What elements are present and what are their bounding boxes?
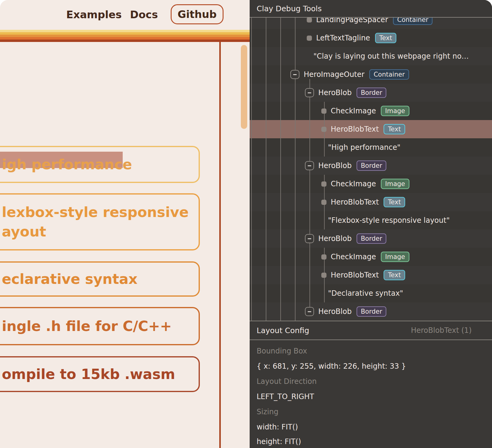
tree-row-text-value: "High performance": [250, 138, 492, 157]
collapse-button[interactable]: [305, 307, 314, 316]
debug-panel-header: Clay Debug Tools: [250, 0, 492, 18]
collapse-button[interactable]: [290, 70, 299, 79]
tree-row-heroblob-3[interactable]: HeroBlob Border: [250, 229, 492, 248]
element-name: LandingPageSpacer: [316, 18, 388, 24]
stripe-band: [0, 40, 250, 42]
text-type-badge: Text: [384, 270, 405, 280]
header-gradient-stripes: [0, 30, 250, 42]
leaf-bullet-icon: [321, 181, 326, 187]
text-content-value: "Flexbox-style responsive layout": [328, 216, 450, 225]
layout-config-header: Layout Config HeroBlobText (1): [250, 321, 492, 340]
collapse-button[interactable]: [305, 234, 314, 243]
leaf-bullet-icon: [321, 127, 326, 132]
tree-row-text-value: "Declarative syntax": [250, 284, 492, 302]
layout-direction-label: Layout Direction: [257, 377, 317, 386]
element-name: CheckImage: [331, 253, 376, 261]
feature-box-line: eclarative syntax: [2, 269, 199, 289]
tree-row-heroblob-1[interactable]: HeroBlob Border: [250, 84, 492, 102]
app-window: Examples Docs Github igh performance lex…: [0, 0, 492, 448]
indent-guide: [280, 18, 281, 321]
image-type-badge: Image: [381, 179, 409, 189]
minus-icon: [308, 238, 311, 239]
layout-direction-value: LEFT_TO_RIGHT: [257, 392, 314, 401]
element-name: LeftTextTagline: [316, 34, 370, 42]
border-type-badge: Border: [357, 306, 386, 317]
indent-guide: [309, 79, 310, 307]
tree-row-lefttexttagline[interactable]: LeftTextTagline Text: [250, 29, 492, 47]
leaf-bullet-icon: [321, 109, 326, 114]
tree-row-heroblobtext-2[interactable]: HeroBlobText Text: [250, 193, 492, 211]
tree-row-landingpagespacer[interactable]: LandingPageSpacer Container: [250, 18, 492, 29]
element-name: HeroBlob: [318, 88, 352, 97]
image-type-badge: Image: [381, 252, 409, 262]
feature-box-flexbox-layout: lexbox-style responsive ayout: [0, 193, 200, 250]
minus-icon: [308, 165, 311, 166]
element-name: HeroBlob: [318, 307, 352, 316]
tree-row-checkimage-1[interactable]: CheckImage Image: [250, 102, 492, 120]
feature-box-line: igh performance: [2, 155, 199, 174]
bounding-box-label: Bounding Box: [257, 347, 307, 355]
indent-guide: [251, 18, 252, 321]
tree-row-heroblob-4[interactable]: HeroBlob Border: [250, 302, 492, 321]
page-scrollbar-thumb[interactable]: [241, 45, 247, 129]
indent-guide: [295, 18, 296, 321]
text-content-value: "High performance": [328, 143, 401, 152]
tree-row-checkimage-3[interactable]: CheckImage Image: [250, 248, 492, 266]
page-vertical-divider: [219, 42, 221, 448]
github-button[interactable]: Github: [171, 4, 224, 24]
minus-icon: [293, 74, 297, 75]
feature-box-single-header: ingle .h file for C/C++: [0, 307, 200, 345]
leaf-bullet-icon: [321, 273, 326, 278]
selected-element-label: HeroBlobText (1): [411, 326, 472, 335]
leaf-bullet-icon: [307, 18, 312, 22]
minus-icon: [308, 92, 311, 93]
text-content-value: "Clay is laying out this webpage right n…: [313, 52, 469, 60]
stripe-band: [0, 35, 250, 37]
border-type-badge: Border: [357, 88, 386, 98]
element-name: CheckImage: [331, 107, 376, 115]
element-name: HeroBlobText: [331, 198, 379, 206]
tree-row-heroblobtext-3[interactable]: HeroBlobText Text: [250, 266, 492, 284]
element-name: HeroImageOuter: [304, 70, 364, 79]
text-type-badge: Text: [384, 197, 405, 207]
minus-icon: [308, 311, 311, 312]
nav-link-docs[interactable]: Docs: [130, 9, 158, 20]
feature-box-high-performance: igh performance: [0, 146, 200, 183]
stripe-band: [0, 32, 250, 35]
element-name: HeroBlob: [318, 161, 352, 170]
element-name: CheckImage: [331, 180, 376, 188]
element-name: HeroBlob: [318, 234, 352, 243]
tree-row-checkimage-2[interactable]: CheckImage Image: [250, 175, 492, 193]
clay-debug-tools-panel: LandingPageSpacer Container LeftTextTagl…: [250, 0, 492, 448]
text-content-value: "Declarative syntax": [328, 289, 403, 298]
panel-title: Clay Debug Tools: [257, 4, 322, 13]
feature-box-wasm: ompile to 15kb .wasm: [0, 356, 200, 392]
nav-link-examples[interactable]: Examples: [66, 9, 122, 20]
border-type-badge: Border: [357, 233, 386, 244]
leaf-bullet-icon: [321, 254, 326, 260]
sizing-width-value: width: FIT(): [257, 423, 298, 431]
container-type-badge: Container: [369, 69, 409, 80]
collapse-button[interactable]: [305, 88, 314, 97]
border-type-badge: Border: [357, 160, 386, 171]
text-type-badge: Text: [384, 124, 405, 134]
sizing-height-value: height: FIT(): [257, 437, 301, 446]
collapse-button[interactable]: [305, 161, 314, 170]
feature-box-declarative-syntax: eclarative syntax: [0, 261, 200, 297]
tree-row-text-value: "Flexbox-style responsive layout": [250, 211, 492, 229]
element-name: HeroBlobText: [331, 271, 379, 279]
leaf-bullet-icon: [307, 36, 312, 41]
layout-config-title: Layout Config: [257, 326, 309, 335]
element-name: HeroBlobText: [331, 125, 379, 133]
sizing-label: Sizing: [257, 408, 278, 416]
tree-row-text-value: "Clay is laying out this webpage right n…: [250, 47, 492, 65]
text-type-badge: Text: [375, 33, 396, 43]
tree-row-heroblobtext-1-selected[interactable]: HeroBlobText Text: [250, 120, 492, 138]
image-type-badge: Image: [381, 106, 409, 116]
leaf-bullet-icon: [321, 200, 326, 205]
tree-row-heroimageouter[interactable]: HeroImageOuter Container: [250, 65, 492, 84]
stripe-band: [0, 37, 250, 40]
stripe-band: [0, 30, 250, 32]
feature-box-line: lexbox-style responsive: [2, 202, 199, 222]
tree-row-heroblob-2[interactable]: HeroBlob Border: [250, 157, 492, 175]
